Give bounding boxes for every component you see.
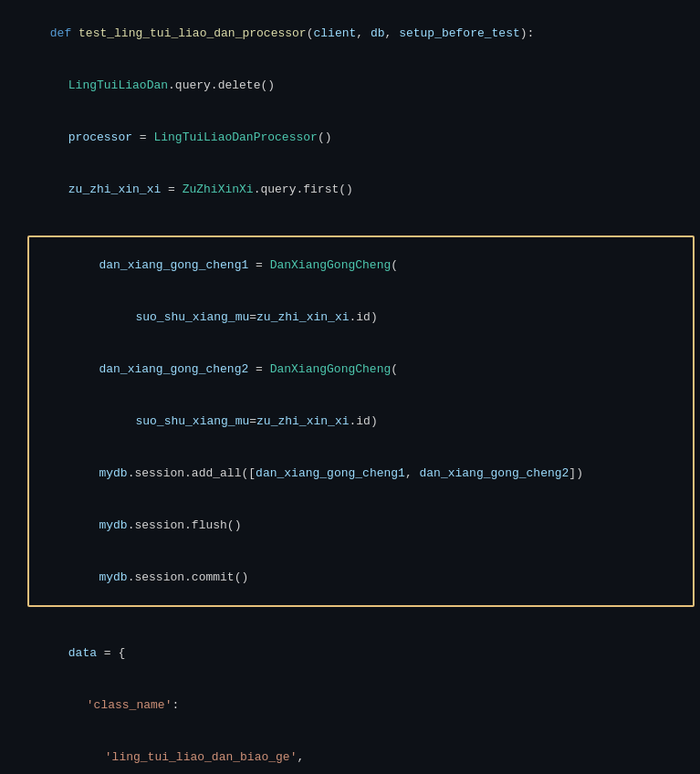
blank-line-2 [0,610,700,627]
data-classname-key: 'class_name': [0,679,700,731]
yb-line-1: dan_xiang_gong_cheng1 = DanXiangGongChen… [35,239,687,291]
data-dict-start: data = { [0,627,700,679]
code-line-2: LingTuiLiaoDan.query.delete() [0,59,700,111]
code-line-3: processor = LingTuiLiaoDanProcessor() [0,111,700,163]
yb-line-5: mydb.session.add_all([dan_xiang_gong_che… [35,447,687,499]
code-line-4: zu_zhi_xin_xi = ZuZhiXinXi.query.first() [0,163,700,215]
data-classname-val: 'ling_tui_liao_dan_biao_ge', [0,731,700,774]
blank-line-1 [0,215,700,233]
yb-line-7: mydb.session.commit() [35,551,687,603]
yb-line-4: suo_shu_xiang_mu=zu_zhi_xin_xi.id) [35,395,687,447]
yellow-box-1: dan_xiang_gong_cheng1 = DanXiangGongChen… [27,235,695,607]
yb-line-6: mydb.session.flush() [35,499,687,551]
code-line-1: def test_ling_tui_liao_dan_processor(cli… [0,7,700,59]
yb-line-2: suo_shu_xiang_mu=zu_zhi_xin_xi.id) [35,291,687,343]
code-editor: def test_ling_tui_liao_dan_processor(cli… [0,0,700,774]
yb-line-3: dan_xiang_gong_cheng2 = DanXiangGongChen… [35,343,687,395]
